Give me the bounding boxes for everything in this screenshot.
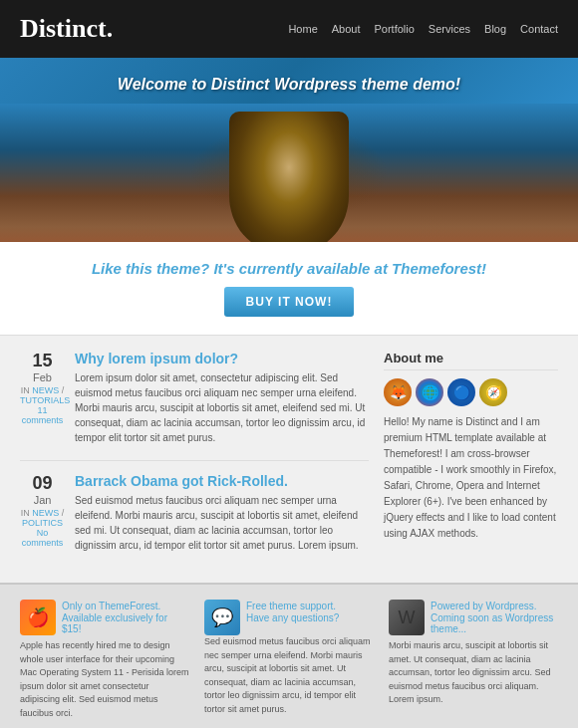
- themeforest-text: Like this theme? It's currently availabl…: [20, 260, 558, 277]
- post-category-news[interactable]: NEWS: [32, 385, 59, 395]
- apple-icon: 🍎: [20, 600, 56, 635]
- features-section: 🍎 Only on ThemeForest. Available exclusi…: [0, 583, 578, 728]
- feature-themeforest: 🍎 Only on ThemeForest. Available exclusi…: [20, 600, 189, 720]
- post-month: Feb: [20, 371, 65, 383]
- post-cat2: IN NEWS / POLITICS: [21, 508, 65, 528]
- post-date: 15 Feb IN NEWS / TUTORIALS 11 comments: [20, 351, 65, 445]
- post-date: 09 Jan IN NEWS / POLITICS No comments: [20, 473, 65, 553]
- post-month: Jan: [20, 494, 65, 506]
- feature-wordpress: W Powered by Wordpress. Coming soon as W…: [389, 600, 558, 720]
- post-item: 15 Feb IN NEWS / TUTORIALS 11 comments W…: [20, 351, 369, 445]
- firefox-icon: 🦊: [384, 378, 412, 406]
- themeforest-section: Like this theme? It's currently availabl…: [0, 242, 578, 336]
- post-title[interactable]: Why lorem ipsum dolor?: [75, 351, 369, 366]
- post-category-news2[interactable]: NEWS: [32, 508, 59, 518]
- post-comments[interactable]: 11 comments: [22, 405, 64, 425]
- nav-blog[interactable]: Blog: [484, 23, 506, 35]
- post-category-politics[interactable]: POLITICS: [22, 518, 63, 528]
- feature-support: 💬 Free theme support. Have any questions…: [204, 600, 374, 720]
- nav-services[interactable]: Services: [429, 23, 470, 35]
- buy-now-button[interactable]: BUY IT NOW!: [224, 287, 355, 317]
- wordpress-icon: W: [389, 600, 425, 635]
- nav-home[interactable]: Home: [288, 23, 317, 35]
- post-category-tutorials[interactable]: TUTORIALS: [20, 395, 70, 405]
- sidebar-title: About me: [384, 351, 558, 370]
- feature-text-3: Morbi mauris arcu, suscipit at lobortis …: [389, 639, 558, 707]
- hero-banner: Welcome to Distinct Wordpress theme demo…: [0, 58, 578, 242]
- ie-icon: 🔵: [447, 378, 475, 406]
- post-meta: IN NEWS / POLITICS No comments: [20, 508, 65, 548]
- themeforest-prefix: Like this theme? It's currently: [92, 260, 303, 277]
- main-nav: Home About Portfolio Services Blog Conta…: [288, 23, 558, 35]
- post-body: Why lorem ipsum dolor? Lorem ipsum dolor…: [75, 351, 369, 445]
- post-divider: [20, 460, 369, 461]
- post-item: 09 Jan IN NEWS / POLITICS No comments Ba…: [20, 473, 369, 553]
- chrome-icon: 🌐: [416, 378, 443, 406]
- nav-contact[interactable]: Contact: [520, 23, 558, 35]
- feature-text-1: Apple has recently hired me to design wh…: [20, 639, 189, 720]
- themeforest-link[interactable]: available at Themeforest!: [307, 260, 486, 277]
- hero-character: [229, 112, 349, 243]
- logo: Distinct.: [20, 14, 113, 44]
- post-meta: IN NEWS / TUTORIALS 11 comments: [20, 385, 65, 425]
- post-day: 15: [20, 351, 65, 371]
- hero-welcome-text: Welcome to Distinct Wordpress theme demo…: [0, 66, 578, 104]
- browser-icons: 🦊 🌐 🔵 🧭: [384, 378, 558, 406]
- support-icon: 💬: [204, 600, 240, 635]
- header: Distinct. Home About Portfolio Services …: [0, 0, 578, 58]
- sidebar-text: Hello! My name is Distinct and I am prem…: [384, 414, 558, 542]
- post-cat1: IN NEWS / TUTORIALS: [20, 385, 70, 405]
- sidebar: About me 🦊 🌐 🔵 🧭 Hello! My name is Disti…: [384, 351, 558, 568]
- nav-about[interactable]: About: [332, 23, 361, 35]
- post-text2: Sed euismod metus faucibus orci aliquam …: [75, 493, 369, 553]
- feature-text-2: Sed euismod metus faucibus orci aliquam …: [204, 635, 374, 716]
- main-content: 15 Feb IN NEWS / TUTORIALS 11 comments W…: [0, 336, 578, 583]
- nav-portfolio[interactable]: Portfolio: [375, 23, 415, 35]
- post-text: Lorem ipsum dolor sit amet, consectetur …: [75, 370, 369, 445]
- safari-icon: 🧭: [479, 378, 507, 406]
- post-comments2[interactable]: No comments: [22, 528, 64, 548]
- hero-image: [0, 104, 578, 242]
- posts-section: 15 Feb IN NEWS / TUTORIALS 11 comments W…: [20, 351, 369, 568]
- post-body: Barrack Obama got Rick-Rolled. Sed euism…: [75, 473, 369, 553]
- post-day: 09: [20, 473, 65, 494]
- post-title2[interactable]: Barrack Obama got Rick-Rolled.: [75, 473, 369, 489]
